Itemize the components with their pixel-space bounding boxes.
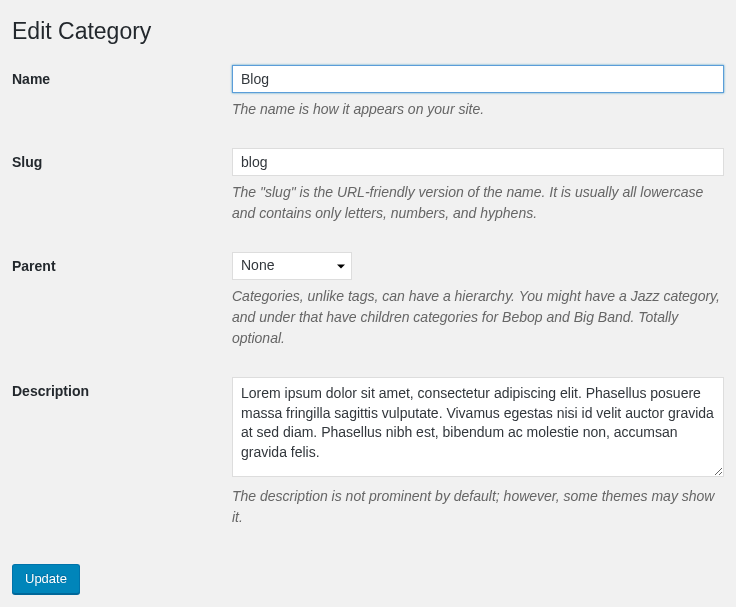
name-input[interactable] (232, 65, 724, 93)
description-field-wrapper: Lorem ipsum dolor sit amet, consectetur … (232, 377, 724, 528)
slug-description: The "slug" is the URL-friendly version o… (232, 182, 724, 224)
name-label: Name (12, 65, 232, 120)
description-textarea[interactable]: Lorem ipsum dolor sit amet, consectetur … (232, 377, 724, 477)
name-description: The name is how it appears on your site. (232, 99, 724, 120)
name-row: Name The name is how it appears on your … (12, 65, 724, 120)
description-row: Description Lorem ipsum dolor sit amet, … (12, 377, 724, 528)
slug-input[interactable] (232, 148, 724, 176)
parent-label: Parent (12, 252, 232, 349)
name-field-wrapper: The name is how it appears on your site. (232, 65, 724, 120)
slug-row: Slug The "slug" is the URL-friendly vers… (12, 148, 724, 224)
description-description: The description is not prominent by defa… (232, 486, 724, 528)
page-title: Edit Category (12, 12, 724, 45)
update-button[interactable]: Update (12, 564, 80, 594)
parent-field-wrapper: None Categories, unlike tags, can have a… (232, 252, 724, 349)
slug-field-wrapper: The "slug" is the URL-friendly version o… (232, 148, 724, 224)
parent-select[interactable]: None (232, 252, 352, 280)
edit-category-form: Name The name is how it appears on your … (12, 65, 724, 528)
slug-label: Slug (12, 148, 232, 224)
parent-row: Parent None Categories, unlike tags, can… (12, 252, 724, 349)
parent-description: Categories, unlike tags, can have a hier… (232, 286, 724, 349)
description-label: Description (12, 377, 232, 528)
